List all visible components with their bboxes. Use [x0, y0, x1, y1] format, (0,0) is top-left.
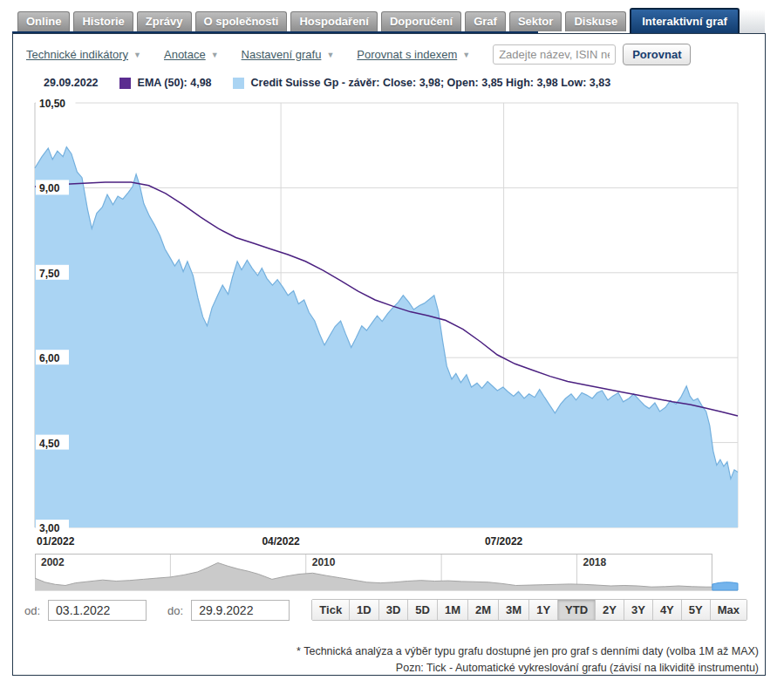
svg-text:10,50: 10,50	[39, 98, 65, 110]
menu-nastaveni-grafu-label: Nastavení grafu	[242, 48, 322, 61]
svg-text:7,50: 7,50	[39, 268, 60, 280]
range-button-1d[interactable]: 1D	[349, 600, 378, 620]
range-button-3d[interactable]: 3D	[378, 600, 408, 620]
ema-legend-swatch	[119, 78, 131, 89]
svg-text:4,50: 4,50	[39, 438, 60, 450]
tab-online[interactable]: Online	[17, 11, 70, 31]
svg-text:2002: 2002	[41, 556, 65, 568]
menu-technicke-indikatory-label: Technické indikátory	[26, 48, 128, 61]
price-legend-swatch	[233, 78, 244, 89]
to-label: do:	[167, 604, 183, 617]
footnote-line-1: * Technická analýza a výběr typu grafu d…	[297, 643, 759, 660]
compare-symbol-input[interactable]	[493, 44, 616, 65]
range-button-5y[interactable]: 5Y	[681, 600, 710, 620]
from-date-input[interactable]	[48, 600, 147, 621]
menu-porovnat-s-indexem[interactable]: Porovnat s indexem ▼	[357, 48, 470, 61]
ema-legend-label[interactable]: EMA (50): 4,98	[138, 77, 212, 89]
main-chart-svg: 10,509,007,506,004,503,0001/202204/20220…	[0, 94, 784, 549]
menu-porovnat-s-indexem-label: Porovnat s indexem	[357, 48, 457, 61]
range-button-2y[interactable]: 2Y	[595, 600, 624, 620]
to-date-input[interactable]	[191, 600, 290, 621]
tab-interaktivni-graf[interactable]: Interaktivní graf	[630, 8, 740, 33]
footnote-line-2: Pozn: Tick - Automatické vykreslování gr…	[297, 660, 759, 677]
chart-toolbar: Technické indikátory ▼ Anotace ▼ Nastave…	[26, 44, 691, 65]
menu-anotace-label: Anotace	[164, 48, 206, 61]
chevron-down-icon: ▼	[211, 51, 219, 59]
legend-date: 29.09.2022	[44, 77, 99, 89]
range-button-3m[interactable]: 3M	[498, 600, 528, 620]
tab-zpravy[interactable]: Zprávy	[137, 11, 192, 31]
range-button-ytd[interactable]: YTD	[557, 600, 595, 620]
range-button-max[interactable]: Max	[710, 600, 747, 620]
chart-legend: 29.09.2022 EMA (50): 4,98 Credit Suisse …	[44, 77, 610, 89]
chevron-down-icon: ▼	[326, 51, 334, 59]
svg-text:01/2022: 01/2022	[37, 535, 75, 548]
svg-text:07/2022: 07/2022	[485, 535, 523, 548]
tab-o-spolecnosti[interactable]: O společnosti	[195, 11, 288, 31]
footnotes: * Technická analýza a výběr typu grafu d…	[297, 643, 759, 677]
main-chart[interactable]: 10,509,007,506,004,503,0001/202204/20220…	[0, 94, 784, 549]
svg-text:2010: 2010	[312, 556, 336, 568]
chevron-down-icon: ▼	[133, 51, 141, 59]
range-button-1y[interactable]: 1Y	[528, 600, 557, 620]
tab-bar: Online Historie Zprávy O společnosti Hos…	[17, 7, 740, 31]
tab-diskuse[interactable]: Diskuse	[565, 11, 626, 31]
menu-technicke-indikatory[interactable]: Technické indikátory ▼	[26, 48, 141, 61]
tab-historie[interactable]: Historie	[73, 11, 133, 31]
svg-text:2018: 2018	[583, 556, 606, 568]
svg-text:6,00: 6,00	[39, 352, 60, 364]
from-label: od:	[24, 604, 40, 617]
tab-sektor[interactable]: Sektor	[509, 11, 562, 31]
svg-text:9,00: 9,00	[39, 182, 60, 194]
navigator-svg: 200220102018	[0, 552, 784, 593]
range-button-2m[interactable]: 2M	[467, 600, 498, 620]
range-button-group: Tick 1D 3D 5D 1M 2M 3M 1Y YTD 2Y 3Y 4Y 5…	[311, 599, 747, 621]
menu-nastaveni-grafu[interactable]: Nastavení grafu ▼	[242, 48, 335, 61]
chevron-down-icon: ▼	[462, 51, 470, 59]
range-button-5d[interactable]: 5D	[407, 600, 437, 620]
compare-button[interactable]: Porovnat	[623, 44, 691, 65]
tab-hospodareni[interactable]: Hospodaření	[290, 11, 377, 31]
range-button-3y[interactable]: 3Y	[624, 600, 652, 620]
date-range-row: od: do:	[24, 600, 290, 621]
range-button-1m[interactable]: 1M	[437, 600, 467, 620]
menu-anotace[interactable]: Anotace ▼	[164, 48, 219, 61]
tab-doporuceni[interactable]: Doporučení	[381, 11, 461, 31]
price-legend-label[interactable]: Credit Suisse Gp - závěr: Close: 3,98; O…	[251, 77, 611, 89]
tab-graf[interactable]: Graf	[465, 11, 506, 31]
svg-text:3,00: 3,00	[39, 522, 60, 534]
range-button-tick[interactable]: Tick	[312, 600, 349, 620]
range-navigator[interactable]: 200220102018	[0, 552, 784, 593]
svg-text:04/2022: 04/2022	[262, 535, 300, 548]
range-button-4y[interactable]: 4Y	[652, 600, 681, 620]
